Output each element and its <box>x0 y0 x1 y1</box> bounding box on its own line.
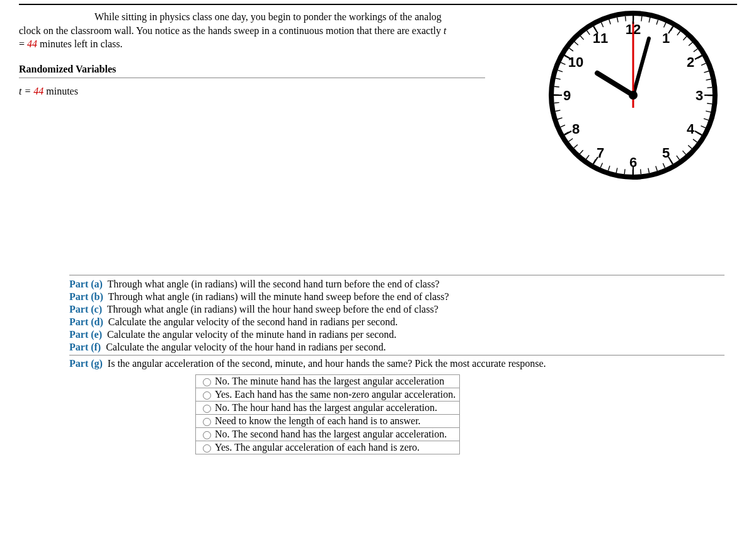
part-e-text: Calculate the angular velocity of the mi… <box>107 329 396 340</box>
option-text-0: No. The minute hand has the largest angu… <box>215 376 444 387</box>
part-e-label: Part (e) <box>69 329 105 340</box>
svg-text:3: 3 <box>696 88 703 103</box>
option-text-3: Need to know the length of each hand is … <box>215 415 421 427</box>
option-row-2[interactable]: No. The hour hand has the largest angula… <box>195 401 460 415</box>
part-c: Part (c) Through what angle (in radians)… <box>69 303 724 316</box>
part-a-label: Part (a) <box>69 279 105 289</box>
part-c-text: Through what angle (in radians) will the… <box>107 304 438 315</box>
part-f: Part (f) Calculate the angular velocity … <box>69 341 724 354</box>
part-g: Part (g) Is the angular acceleration of … <box>69 357 724 370</box>
option-radio-5[interactable] <box>203 444 211 453</box>
part-b: Part (b) Through what angle (in radians)… <box>69 291 724 303</box>
part-a: Part (a) Through what angle (in radians)… <box>69 278 724 291</box>
option-radio-0[interactable] <box>203 378 211 386</box>
option-radio-3[interactable] <box>203 418 211 426</box>
option-radio-2[interactable] <box>203 405 211 413</box>
option-text-2: No. The hour hand has the largest angula… <box>215 402 437 413</box>
svg-text:9: 9 <box>563 88 571 103</box>
t-value: 44 <box>33 86 43 96</box>
part-e: Part (e) Calculate the angular velocity … <box>69 328 724 341</box>
problem-text: While sitting in physics class one day, … <box>19 10 454 98</box>
randomized-variables-value: t = 44 minutes <box>19 84 454 98</box>
svg-text:10: 10 <box>568 54 583 70</box>
parts-divider <box>69 355 724 355</box>
option-text-1: Yes. Each hand has the same non-zero ang… <box>215 389 455 400</box>
problem-section: While sitting in physics class one day, … <box>19 4 737 187</box>
part-d-text: Calculate the angular velocity of the se… <box>108 316 398 327</box>
part-c-label: Part (c) <box>69 304 105 315</box>
t-value-inline: 44 <box>27 38 37 49</box>
option-row-5[interactable]: Yes. The angular acceleration of each ha… <box>195 441 460 454</box>
svg-text:8: 8 <box>572 121 580 137</box>
option-radio-1[interactable] <box>203 391 211 400</box>
analog-clock-image: 12 1 2 3 4 5 6 7 8 9 10 11 <box>548 10 718 183</box>
option-text-5: Yes. The angular acceleration of each ha… <box>215 442 420 453</box>
part-g-label: Part (g) <box>69 358 105 369</box>
randomized-variables-heading: Randomized Variables <box>19 62 485 79</box>
svg-text:4: 4 <box>687 121 695 137</box>
option-radio-4[interactable] <box>203 431 211 439</box>
option-row-1[interactable]: Yes. Each hand has the same non-zero ang… <box>195 388 460 402</box>
part-d: Part (d) Calculate the angular velocity … <box>69 316 724 328</box>
part-f-text: Calculate the angular velocity of the ho… <box>106 342 386 352</box>
part-f-label: Part (f) <box>69 342 103 352</box>
option-row-4[interactable]: No. The second hand has the largest angu… <box>195 427 460 441</box>
parts-list: Part (a) Through what angle (in radians)… <box>69 275 724 454</box>
problem-intro: While sitting in physics class one day, … <box>19 10 454 51</box>
part-a-text: Through what angle (in radians) will the… <box>108 279 440 289</box>
part-g-text: Is the angular acceleration of the secon… <box>108 358 546 369</box>
option-row-0[interactable]: No. The minute hand has the largest angu… <box>195 374 460 388</box>
svg-text:2: 2 <box>687 54 694 70</box>
part-d-label: Part (d) <box>69 316 106 327</box>
part-b-text: Through what angle (in radians) will the… <box>108 291 449 302</box>
part-g-options: No. The minute hand has the largest angu… <box>195 375 460 454</box>
part-b-label: Part (b) <box>69 291 106 302</box>
option-text-4: No. The second hand has the largest angu… <box>215 429 447 440</box>
option-row-3[interactable]: Need to know the length of each hand is … <box>195 414 460 428</box>
svg-text:11: 11 <box>593 30 608 46</box>
svg-point-17 <box>629 91 638 100</box>
